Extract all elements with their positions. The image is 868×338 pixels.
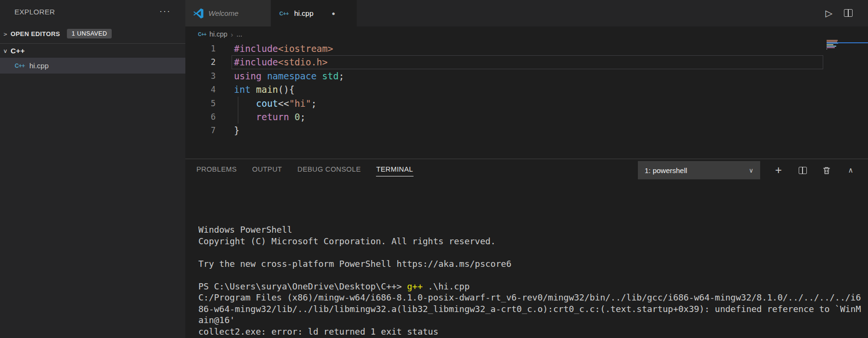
terminal-output[interactable]: Windows PowerShellCopyright (C) Microsof… (198, 224, 868, 338)
new-terminal-button[interactable]: + (773, 164, 784, 176)
vscode-logo-icon (193, 8, 204, 19)
more-actions-icon[interactable]: ··· (866, 12, 868, 14)
line-number: 7 (185, 124, 216, 137)
explorer-title: EXPLORER (14, 8, 55, 16)
run-button[interactable]: ▷ (825, 0, 832, 26)
tab-hicpp-label: hi.cpp (294, 9, 313, 17)
tab-welcome-label: Welcome (208, 9, 238, 17)
split-editor-button[interactable] (844, 9, 853, 17)
cpp-file-icon: C++ (279, 11, 289, 16)
bottom-panel: PROBLEMSOUTPUTDEBUG CONSOLETERMINAL 1: p… (185, 159, 868, 338)
code-text: return 0; (216, 110, 306, 124)
panel-controls: 1: powershell ∨ + ∧ (638, 161, 856, 179)
tab-bar: Welcome C++ hi.cpp ● ▷ ··· (185, 0, 868, 26)
breadcrumb-file[interactable]: hi.cpp (209, 30, 227, 38)
code-line[interactable]: 6 return 0; (185, 110, 823, 124)
terminal-line (198, 247, 868, 258)
panel-tab-debug-console[interactable]: DEBUG CONSOLE (297, 163, 362, 176)
terminal-line (198, 269, 868, 281)
line-number: 6 (185, 110, 216, 124)
code-line[interactable]: 7} (185, 124, 823, 137)
cpp-file-icon: C++ (14, 63, 25, 69)
unsaved-badge: 1 UNSAVED (67, 29, 112, 38)
panel-tabs: PROBLEMSOUTPUTDEBUG CONSOLETERMINAL (196, 159, 414, 180)
tab-hicpp[interactable]: C++ hi.cpp ● (271, 0, 357, 26)
explorer-more-actions-icon[interactable]: ··· (159, 6, 171, 16)
cpp-file-icon: C++ (198, 32, 207, 37)
panel-header: PROBLEMSOUTPUTDEBUG CONSOLETERMINAL 1: p… (185, 159, 868, 180)
line-number: 1 (185, 42, 216, 55)
vscode-window: EXPLORER ··· > OPEN EDITORS 1 UNSAVED ∨ … (0, 0, 868, 338)
kill-terminal-button[interactable] (821, 164, 832, 176)
code-line[interactable]: 2#include<stdio.h> (185, 55, 823, 69)
code-lines[interactable]: 1#include<iostream>2#include<stdio.h>3us… (185, 42, 823, 138)
open-editors-section[interactable]: > OPEN EDITORS 1 UNSAVED (0, 26, 185, 41)
minimap[interactable] (827, 40, 868, 50)
terminal-line: Try the new cross-platform PowerShell ht… (198, 258, 868, 270)
file-label: hi.cpp (29, 62, 49, 70)
code-line[interactable]: 1#include<iostream> (185, 42, 823, 55)
panel-tab-problems[interactable]: PROBLEMS (196, 163, 237, 176)
code-text: #include<stdio.h> (216, 55, 327, 69)
terminal-line: collect2.exe: error: ld returned 1 exit … (198, 326, 868, 338)
terminal-line: Copyright (C) Microsoft Corporation. All… (198, 236, 868, 247)
sidebar-explorer: EXPLORER ··· > OPEN EDITORS 1 UNSAVED ∨ … (0, 0, 185, 338)
maximize-panel-button[interactable]: ∧ (845, 164, 856, 176)
code-text: using namespace std; (216, 69, 344, 83)
chevron-down-icon: ∨ (0, 48, 11, 54)
editor-group: Welcome C++ hi.cpp ● ▷ ··· C++ hi.cpp › … (185, 0, 868, 338)
terminal-selector-value: 1: powershell (645, 166, 687, 175)
minimap-current-line (827, 42, 868, 43)
code-line[interactable]: 4int main(){ (185, 83, 823, 96)
breadcrumb-more[interactable]: ... (236, 30, 242, 38)
open-editors-label: OPEN EDITORS (11, 30, 60, 38)
split-terminal-button[interactable] (797, 164, 808, 176)
terminal-line: PS C:\Users\surya\OneDrive\Desktop\C++> … (198, 281, 868, 292)
folder-label: C++ (11, 47, 25, 55)
terminal-line: C:/Program Files (x86)/mingw-w64/i686-8.… (198, 292, 868, 303)
unsaved-dot-icon[interactable]: ● (332, 10, 335, 17)
code-editor[interactable]: C++ hi.cpp › ... 1#include<iostream>2#in… (185, 26, 868, 159)
explorer-header: EXPLORER ··· (0, 0, 185, 23)
tab-welcome[interactable]: Welcome (185, 0, 271, 26)
line-number: 5 (185, 97, 216, 110)
split-terminal-icon (799, 167, 807, 174)
line-number: 3 (185, 69, 216, 83)
trash-icon (822, 166, 831, 175)
terminal-line: ain@16' (198, 314, 868, 326)
chevron-down-icon: ∨ (749, 167, 753, 174)
chevron-right-icon: › (231, 30, 233, 38)
panel-tab-output[interactable]: OUTPUT (252, 163, 283, 176)
code-line[interactable]: 5 cout<<"hi"; (185, 97, 823, 110)
sidebar-file-hicpp[interactable]: C++ hi.cpp (0, 58, 185, 74)
code-text: cout<<"hi"; (216, 97, 317, 110)
line-number: 2 (185, 55, 216, 69)
terminal-line: Windows PowerShell (198, 224, 868, 236)
sidebar-folder-cpp[interactable]: ∨ C++ (0, 43, 185, 58)
code-line[interactable]: 3using namespace std; (185, 69, 823, 83)
code-text: #include<iostream> (216, 42, 333, 55)
terminal-selector-dropdown[interactable]: 1: powershell ∨ (638, 161, 760, 179)
line-number: 4 (185, 83, 216, 96)
code-text: int main(){ (216, 83, 295, 96)
code-text: } (216, 124, 239, 137)
breadcrumb[interactable]: C++ hi.cpp › ... (185, 27, 242, 41)
panel-tab-terminal[interactable]: TERMINAL (376, 163, 414, 176)
chevron-right-icon: > (0, 30, 11, 37)
terminal-line: 86-w64-mingw32/lib/../lib/libmingw32.a(l… (198, 303, 868, 315)
